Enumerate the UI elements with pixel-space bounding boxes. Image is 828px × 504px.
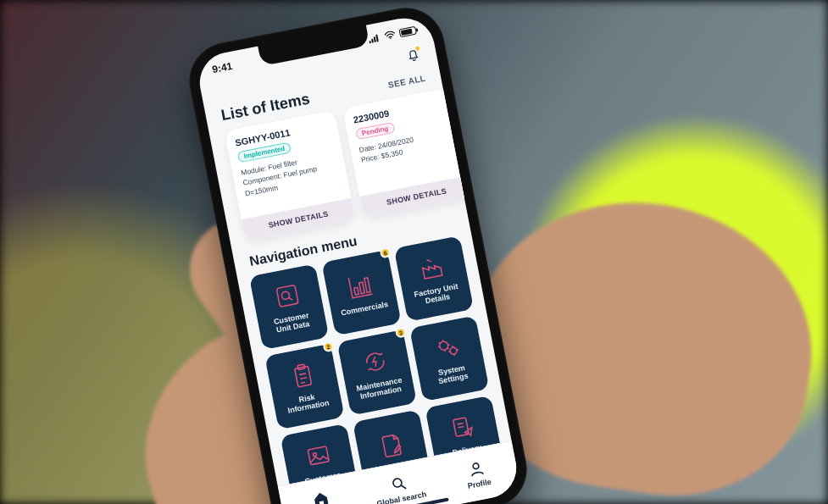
cogs-icon <box>431 331 464 363</box>
svg-point-13 <box>392 478 403 488</box>
nav-tile-factory-unit-details[interactable]: Factory Unit Details <box>394 235 474 321</box>
svg-point-2 <box>281 291 290 300</box>
wifi-icon <box>384 30 397 40</box>
refresh-bolt-icon <box>359 346 392 378</box>
svg-point-11 <box>313 452 317 457</box>
tab-label: Profile <box>467 478 492 490</box>
nav-tile-maintenance-information[interactable]: 3 Maintenance Information <box>337 330 417 415</box>
chart-icon <box>344 270 376 302</box>
nav-tile-risk-information[interactable]: 2 Risk Information <box>264 344 344 429</box>
nav-tile-label: System Settings <box>436 363 469 385</box>
notifications-button[interactable] <box>404 46 422 64</box>
nav-tile-commercials[interactable]: 6 Commercials <box>321 250 401 335</box>
account-search-icon <box>271 280 303 312</box>
nav-tile-label: Customer Unit Data <box>273 311 311 335</box>
picture-icon <box>302 440 334 472</box>
svg-rect-3 <box>353 287 358 295</box>
nav-tile-customer-unit-data[interactable]: Customer Unit Data <box>249 263 329 349</box>
item-card[interactable]: SGHYY-0011 Implemented Module: Fuel filt… <box>225 110 356 241</box>
svg-rect-4 <box>358 282 364 294</box>
svg-point-14 <box>473 462 480 469</box>
nav-tile-label: Commercials <box>340 300 388 318</box>
home-icon <box>311 490 331 504</box>
nav-tile-label: Maintenance Information <box>356 375 404 402</box>
nav-tile-label: Factory Unit Details <box>414 282 460 307</box>
nav-tile-system-settings[interactable]: System Settings <box>409 316 489 402</box>
nav-tile-label: Risk Information <box>286 390 331 415</box>
factory-icon <box>416 252 448 284</box>
send-doc-icon <box>447 412 479 444</box>
battery-icon <box>398 26 417 38</box>
tile-badge: 2 <box>322 341 334 352</box>
svg-point-9 <box>449 346 457 354</box>
profile-icon <box>467 459 486 479</box>
status-badge: Pending <box>355 122 395 140</box>
search-icon <box>389 474 408 494</box>
status-icons <box>368 26 417 44</box>
tile-badge: 3 <box>395 327 407 339</box>
svg-point-8 <box>438 341 448 351</box>
svg-point-0 <box>390 37 392 39</box>
tab-label: Global search <box>376 490 427 504</box>
svg-rect-1 <box>276 285 298 307</box>
signal-icon <box>368 33 381 43</box>
tile-badge: 6 <box>379 246 391 258</box>
svg-rect-5 <box>364 278 370 292</box>
clipboard-icon <box>286 360 319 392</box>
see-all-link[interactable]: SEE ALL <box>387 74 426 90</box>
document-edit-icon <box>375 429 408 462</box>
item-card[interactable]: 2230009 Pending Date: 24/08/2020 Price: … <box>342 87 474 219</box>
status-time: 9:41 <box>211 60 233 75</box>
